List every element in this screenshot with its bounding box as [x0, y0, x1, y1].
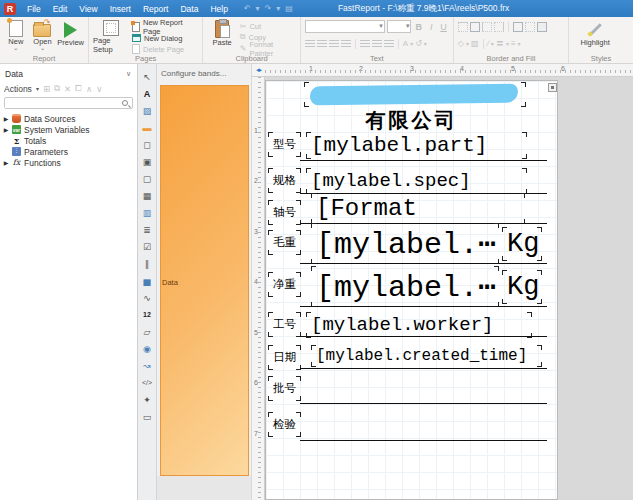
panel-collapse-icon[interactable]: ∨	[126, 70, 131, 78]
text-color-icon[interactable]: A	[403, 39, 408, 48]
field-value-worker[interactable]: [mylabel.worker]	[306, 312, 532, 338]
field-label-worker[interactable]: 工号	[268, 312, 301, 337]
underline[interactable]	[300, 403, 547, 404]
band-object-tool[interactable]: ▬	[140, 121, 155, 134]
company-name-object[interactable]	[304, 82, 526, 107]
underline[interactable]	[300, 368, 547, 369]
underline-button[interactable]: U	[438, 22, 448, 32]
paste-button[interactable]: Paste	[207, 19, 236, 54]
matrix-object-tool[interactable]: ▥	[140, 206, 155, 219]
field-value-gross-weight[interactable]: [mylabel.⋯	[311, 223, 499, 264]
tree-item-data-sources[interactable]: ▶ Data Sources	[0, 113, 137, 124]
border-none-icon[interactable]	[525, 22, 535, 32]
field-label-net-weight[interactable]: 净重	[268, 272, 301, 297]
new-dialog-button[interactable]: New Dialog	[132, 33, 198, 43]
menu-file[interactable]: File	[22, 2, 46, 16]
valign-top-icon[interactable]	[360, 40, 370, 48]
ruler-scroll-icon[interactable]: ◂▸	[252, 64, 265, 77]
company-title[interactable]: 有限公司	[266, 107, 557, 134]
field-label-spec[interactable]: 规格	[268, 168, 301, 193]
border-outline-icon[interactable]	[513, 22, 523, 32]
redo-icon[interactable]: ↷	[264, 4, 273, 13]
field-unit-gross-kg[interactable]: Kg	[502, 227, 542, 261]
delete-item-icon[interactable]: ✕	[64, 84, 71, 94]
copy-item-icon[interactable]: ⧉	[54, 83, 60, 94]
new-item-icon[interactable]: ⊞	[43, 84, 50, 94]
field-value-net-weight[interactable]: [mylabel.⋯	[311, 266, 499, 307]
valign-middle-icon[interactable]	[372, 40, 382, 48]
underline[interactable]	[300, 440, 547, 441]
open-button[interactable]: Open ⌄	[31, 19, 55, 54]
format-painter-button[interactable]: ✎ Format Painter	[240, 43, 296, 54]
new-report-page-button[interactable]: New Report Page	[132, 21, 198, 32]
expand-arrow-icon[interactable]: ▶	[3, 159, 9, 166]
border-right-icon[interactable]	[494, 22, 504, 32]
zipcode-object-tool[interactable]: ▱	[140, 325, 155, 338]
text-object-tool[interactable]: A	[140, 87, 155, 100]
italic-button[interactable]: I	[426, 22, 436, 32]
subreport-object-tool[interactable]: ▣	[140, 155, 155, 168]
font-size-combobox[interactable]	[387, 20, 412, 33]
fill-color-icon[interactable]: ◇	[458, 39, 464, 48]
new-page-icon[interactable]: ▤	[284, 4, 294, 13]
barcode-object-tool[interactable]: ∥	[140, 257, 155, 270]
select-tool[interactable]: ↖	[140, 70, 155, 83]
menu-report[interactable]: Report	[138, 2, 174, 16]
field-label-axle[interactable]: 轴号	[268, 200, 301, 225]
cut-button[interactable]: ✂ Cut	[240, 21, 296, 31]
dialog-object-tool[interactable]: ▭	[140, 410, 155, 423]
menu-help[interactable]: Help	[205, 2, 232, 16]
data-band-block[interactable]: Data	[160, 85, 249, 476]
tree-item-system-variables[interactable]: ▶ var System Variables	[0, 124, 137, 135]
redo-caret-icon[interactable]: ▾	[275, 4, 281, 13]
field-value-spec[interactable]: [mylabel.spec]	[306, 168, 527, 194]
checkbox-object-tool[interactable]: ☑	[140, 240, 155, 253]
text-rotate-icon[interactable]: ↺	[415, 39, 422, 48]
font-name-combobox[interactable]	[305, 20, 385, 33]
table-object-tool[interactable]: ▦	[140, 189, 155, 202]
underline[interactable]	[300, 336, 547, 337]
frame-object-tool[interactable]: ▢	[140, 172, 155, 185]
svg-object-tool[interactable]: ✦	[140, 393, 155, 406]
page-setup-button[interactable]: Page Setup	[93, 19, 129, 54]
edit-item-icon[interactable]: ⧠	[75, 83, 82, 94]
menu-view[interactable]: View	[74, 2, 102, 16]
field-unit-net-kg[interactable]: Kg	[502, 270, 542, 304]
sparkline-object-tool[interactable]: ∿	[140, 291, 155, 304]
map-object-tool[interactable]: ◉	[140, 342, 155, 355]
polyline-object-tool[interactable]: ↝	[140, 359, 155, 372]
field-label-date[interactable]: 日期	[268, 345, 301, 370]
menu-insert[interactable]: Insert	[105, 2, 136, 16]
expand-arrow-icon[interactable]: ▶	[3, 115, 9, 122]
underline[interactable]	[300, 306, 547, 307]
align-right-icon[interactable]	[329, 40, 339, 48]
field-label-inspection[interactable]: 检验	[268, 412, 301, 437]
menu-edit[interactable]: Edit	[48, 2, 73, 16]
expand-arrow-icon[interactable]: ▶	[3, 126, 9, 133]
line-width-icon[interactable]: 〓	[496, 38, 504, 49]
menu-data[interactable]: Data	[175, 2, 203, 16]
align-justify-icon[interactable]	[341, 40, 351, 48]
picture-object-tool[interactable]: ▨	[140, 104, 155, 117]
html-object-tool[interactable]: </>	[140, 376, 155, 389]
field-label-gross-weight[interactable]: 毛重	[268, 230, 301, 255]
actions-dropdown[interactable]: Actions	[4, 84, 32, 94]
field-label-part[interactable]: 型号	[268, 132, 301, 157]
border-left-icon[interactable]	[482, 22, 492, 32]
border-shadow-icon[interactable]	[537, 22, 547, 32]
move-up-icon[interactable]: ∧	[86, 84, 92, 94]
line-style-icon[interactable]: ≡	[511, 39, 516, 48]
highlight-button[interactable]: Highlight	[573, 19, 617, 54]
shape-object-tool[interactable]: ◻	[140, 138, 155, 151]
cellular-text-tool[interactable]: 12	[140, 308, 155, 321]
field-value-axle[interactable]: [Format	[311, 193, 525, 224]
bold-button[interactable]: B	[413, 22, 423, 32]
tree-item-parameters[interactable]: ⫶ Parameters	[0, 146, 137, 157]
data-search-input[interactable]	[5, 99, 122, 108]
underline[interactable]	[300, 160, 547, 161]
field-label-batch[interactable]: 批号	[268, 376, 301, 401]
chart-object-tool[interactable]: ▅	[140, 274, 155, 287]
delete-page-button[interactable]: Delete Page	[132, 44, 198, 54]
richtext-object-tool[interactable]: ≣	[140, 223, 155, 236]
new-button[interactable]: New ⌄	[4, 19, 28, 54]
